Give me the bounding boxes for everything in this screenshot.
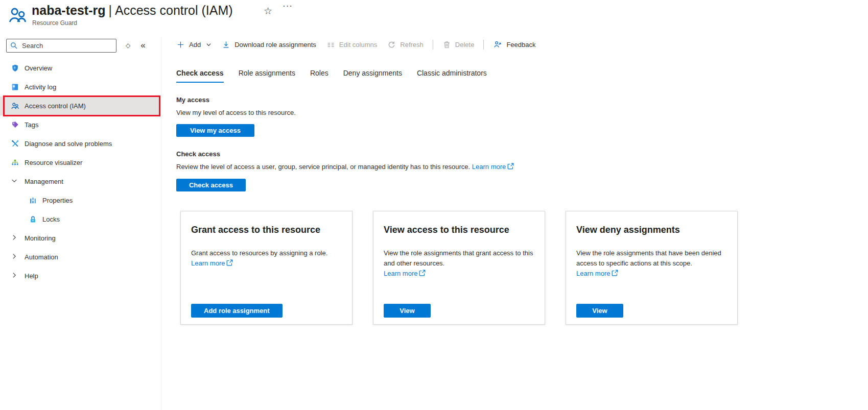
tab-check-access[interactable]: Check access: [176, 69, 224, 83]
tab-deny-assignments[interactable]: Deny assignments: [343, 69, 402, 83]
sidebar-group-label: Automation: [25, 253, 58, 261]
favorite-star-icon[interactable]: ☆: [264, 5, 272, 17]
sidebar-item-activity-log[interactable]: Activity log: [0, 78, 161, 97]
resource-guard-people-icon: [7, 5, 28, 26]
chevron-right-icon: [11, 272, 19, 280]
sidebar-item-tags[interactable]: Tags: [0, 115, 161, 134]
external-link-icon: [419, 269, 426, 279]
view-access-learn-more-link[interactable]: Learn more: [384, 270, 426, 277]
resource-type-subtitle: Resource Guard: [32, 19, 77, 27]
sidebar-item-resource-visualizer[interactable]: Resource visualizer: [0, 153, 161, 172]
tab-bar: Check access Role assignments Roles Deny…: [176, 69, 868, 83]
sidebar-group-monitoring[interactable]: Monitoring: [0, 229, 161, 248]
chevron-right-icon: [11, 253, 19, 261]
card-title: View access to this resource: [384, 225, 534, 235]
activity-log-icon: [11, 83, 19, 91]
people-icon: [11, 102, 19, 110]
sidebar-group-label: Help: [25, 272, 38, 280]
chevron-down-icon: [206, 42, 212, 47]
search-icon: [10, 41, 18, 50]
sidebar-item-label: Diagnose and solve problems: [25, 140, 112, 148]
azure-portal-page: naba-test-rg|Access control (IAM) Resour…: [0, 0, 868, 410]
sidebar-group-automation[interactable]: Automation: [0, 248, 161, 267]
edit-columns-button[interactable]: Edit columns: [321, 40, 382, 49]
my-access-heading: My access: [176, 96, 868, 104]
card-title: Grant access to this resource: [191, 225, 342, 235]
deny-assignments-view-button[interactable]: View: [576, 304, 623, 318]
view-deny-assignments-card: View deny assignments View the role assi…: [566, 211, 738, 325]
check-access-learn-more-link[interactable]: Learn more: [472, 163, 514, 171]
card-description: View the role assignments that grant acc…: [384, 248, 534, 269]
card-title: View deny assignments: [576, 225, 727, 235]
tag-icon: [11, 120, 19, 129]
sidebar-group-label: Management: [25, 178, 63, 185]
tab-classic-administrators[interactable]: Classic administrators: [417, 69, 487, 83]
sidebar-item-label: Resource visualizer: [25, 159, 82, 166]
learn-more-label: Learn more: [576, 270, 610, 277]
delete-label: Delete: [455, 41, 475, 49]
chevron-right-icon: [11, 234, 19, 243]
shield-icon: [11, 64, 19, 73]
sidebar-item-access-control-iam[interactable]: Access control (IAM): [0, 97, 161, 115]
access-cards-row: Grant access to this resource Grant acce…: [176, 211, 868, 325]
my-access-description: View my level of access to this resource…: [176, 109, 868, 116]
download-icon: [222, 40, 230, 49]
grant-access-card: Grant access to this resource Grant acce…: [180, 211, 353, 325]
tools-icon: [11, 139, 19, 148]
add-role-assignment-button[interactable]: Add role assignment: [191, 304, 283, 318]
sidebar-item-label: Overview: [25, 64, 52, 72]
card-description: View the role assignments that have been…: [576, 248, 727, 269]
sidebar-item-label: Activity log: [25, 83, 56, 91]
sidebar-search-row: ◇ «: [6, 38, 155, 53]
sidebar-search-box: [6, 39, 116, 53]
sidebar-item-properties[interactable]: Properties: [0, 191, 161, 210]
sidebar-item-label: Tags: [25, 121, 38, 129]
sidebar-item-overview[interactable]: Overview: [0, 59, 161, 78]
external-link-icon: [612, 269, 618, 279]
bars-icon: [29, 196, 37, 205]
search-input[interactable]: [6, 39, 116, 53]
lock-icon: [29, 215, 37, 224]
tab-roles[interactable]: Roles: [310, 69, 329, 83]
refresh-button[interactable]: Refresh: [382, 40, 429, 49]
refresh-label: Refresh: [400, 41, 424, 49]
more-options-ellipsis-icon[interactable]: ···: [283, 1, 293, 11]
feedback-button[interactable]: Feedback: [488, 40, 541, 49]
check-access-description-text: Review the level of access a user, group…: [176, 163, 470, 171]
learn-more-label: Learn more: [472, 163, 506, 171]
sidebar-item-label: Locks: [42, 215, 60, 223]
page-title: naba-test-rg|Access control (IAM): [32, 3, 233, 18]
feedback-label: Feedback: [506, 41, 535, 49]
blade-name: Access control (IAM): [115, 3, 233, 17]
toolbar-separator: [483, 40, 484, 50]
toolbar-separator: [433, 40, 433, 50]
download-label: Download role assignments: [234, 41, 316, 49]
main-content: Add Download role assignments Edit colum…: [176, 37, 868, 325]
sidebar-item-diagnose-and-solve-problems[interactable]: Diagnose and solve problems: [0, 134, 161, 153]
sidebar-group-management[interactable]: Management: [0, 172, 161, 191]
deny-assignments-learn-more-link[interactable]: Learn more: [576, 270, 618, 277]
resource-name: naba-test-rg: [32, 3, 105, 17]
resource-menu-sidebar: ◇ « Overview: [0, 37, 161, 410]
grant-access-learn-more-link[interactable]: Learn more: [191, 259, 233, 267]
add-button[interactable]: Add: [176, 40, 217, 49]
add-label: Add: [189, 41, 201, 49]
external-link-icon: [226, 259, 233, 269]
chevron-down-icon: [11, 177, 19, 186]
collapse-menu-icon[interactable]: «: [140, 40, 145, 51]
download-role-assignments-button[interactable]: Download role assignments: [217, 40, 321, 49]
check-access-button[interactable]: Check access: [176, 179, 246, 191]
learn-more-label: Learn more: [384, 270, 417, 277]
sidebar-item-label: Properties: [42, 197, 73, 204]
tab-role-assignments[interactable]: Role assignments: [239, 69, 295, 83]
trash-icon: [442, 40, 451, 49]
delete-button[interactable]: Delete: [437, 40, 480, 49]
view-my-access-button[interactable]: View my access: [176, 124, 254, 137]
check-access-description: Review the level of access a user, group…: [176, 163, 868, 171]
resource-menu-nav: Overview Activity log: [0, 59, 161, 285]
sidebar-group-help[interactable]: Help: [0, 267, 161, 285]
view-access-view-button[interactable]: View: [384, 304, 431, 318]
sidebar-item-locks[interactable]: Locks: [0, 210, 161, 229]
title-separator: |: [105, 3, 115, 17]
sidebar-item-label: Access control (IAM): [25, 102, 86, 110]
